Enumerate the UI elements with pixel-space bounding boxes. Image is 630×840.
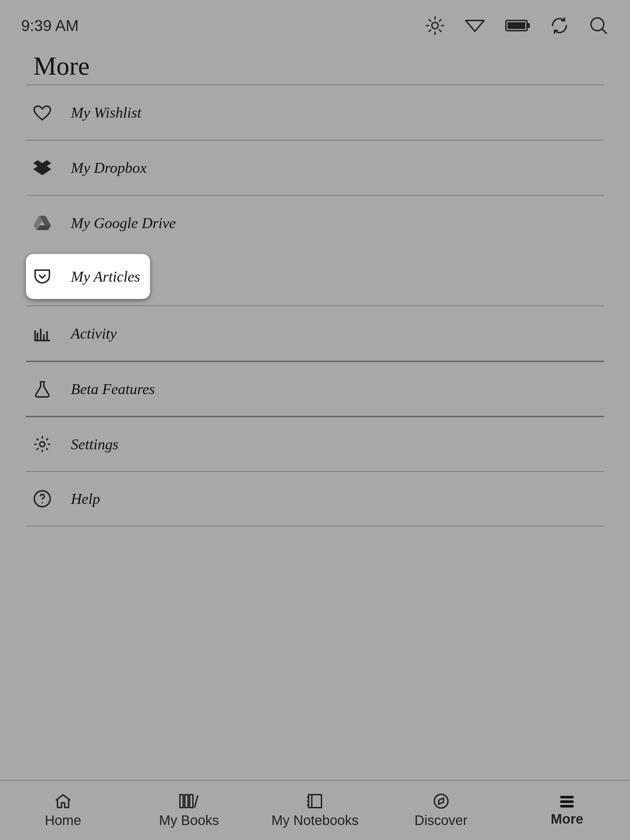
svg-line-5 [429,20,431,22]
svg-point-21 [40,442,45,447]
nav-my-notebooks[interactable]: My Notebooks [252,781,378,840]
menu-item-activity[interactable]: Activity [26,305,604,361]
svg-line-27 [195,795,198,808]
svg-point-20 [44,381,45,382]
page-title: More [33,51,90,81]
menu-item-label: My Google Drive [71,215,176,232]
menu-item-beta[interactable]: Beta Features [26,361,604,416]
menu-item-help[interactable]: Help [26,471,604,526]
menu-item-settings[interactable]: Settings [26,416,604,471]
svg-rect-35 [560,796,574,798]
status-bar: 9:39 AM [0,0,630,51]
svg-point-23 [42,502,43,504]
bottom-nav: Home My Books My Notebooks Discover [0,780,630,840]
menu-item-label: Help [71,490,100,508]
svg-line-7 [429,30,431,32]
svg-line-8 [439,20,441,22]
svg-rect-25 [185,794,188,807]
menu-item-google-drive[interactable]: My Google Drive [26,195,604,250]
menu-item-label: Beta Features [71,381,155,398]
nav-my-books[interactable]: My Books [126,781,252,840]
menu-item-label: My Dropbox [71,159,147,177]
menu-item-articles[interactable]: My Articles [26,254,150,299]
nav-discover[interactable]: Discover [378,781,504,840]
nav-label: More [551,812,583,827]
svg-rect-36 [560,800,574,803]
menu-item-wishlist[interactable]: My Wishlist [26,85,604,140]
nav-label: Discover [415,813,468,828]
svg-rect-37 [560,805,574,808]
clock: 9:39 AM [21,16,79,35]
nav-more[interactable]: More [504,781,630,840]
more-menu-list: My Wishlist My Dropbox My Google Drive . [26,85,604,526]
menu-item-dropbox[interactable]: My Dropbox [26,140,604,195]
nav-home[interactable]: Home [0,781,126,840]
google-drive-icon [32,212,53,234]
svg-rect-24 [180,794,183,807]
activity-icon [32,322,53,344]
svg-point-0 [432,22,438,29]
menu-item-label: Activity [71,325,117,342]
svg-marker-34 [438,798,443,804]
svg-rect-26 [190,794,193,807]
svg-rect-28 [308,795,322,808]
search-icon[interactable] [588,15,609,36]
battery-icon [505,19,531,32]
brightness-icon[interactable] [425,16,445,35]
menu-item-label: Settings [71,436,118,453]
sync-icon[interactable] [550,16,568,35]
beta-icon [32,378,53,400]
nav-label: Home [45,813,81,828]
svg-point-33 [434,794,448,808]
menu-item-label: My Wishlist [71,104,142,122]
svg-rect-11 [508,22,525,29]
dropbox-icon [32,157,53,178]
heart-icon [32,102,53,123]
wifi-icon[interactable] [464,18,485,33]
pocket-icon [32,265,53,287]
settings-icon [32,433,53,455]
svg-line-6 [439,30,441,32]
help-icon [32,488,53,510]
nav-label: My Notebooks [272,813,358,828]
svg-line-13 [602,29,606,33]
svg-rect-10 [528,23,530,28]
menu-item-label: My Articles [71,268,140,285]
nav-label: My Books [159,813,219,828]
